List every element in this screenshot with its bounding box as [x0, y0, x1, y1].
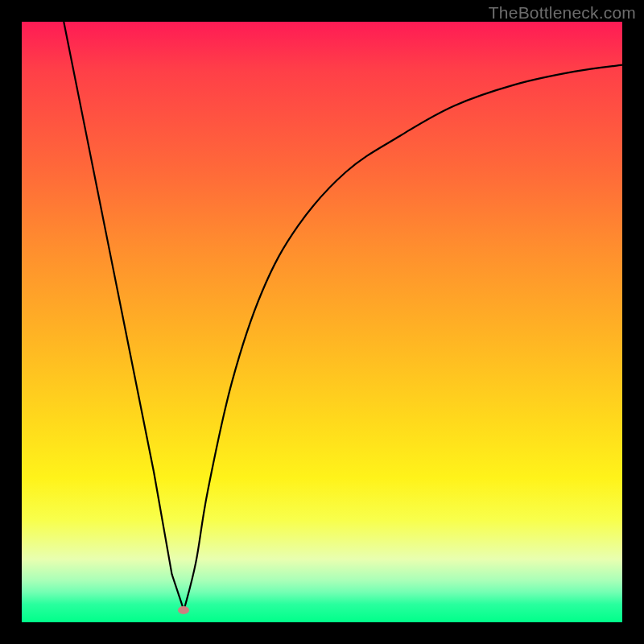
watermark-text: TheBottleneck.com	[489, 3, 636, 23]
minimum-marker	[178, 606, 189, 614]
plot-area	[22, 22, 622, 622]
chart-frame: TheBottleneck.com	[0, 0, 644, 644]
curve-path	[64, 22, 622, 610]
bottleneck-curve	[22, 22, 622, 622]
